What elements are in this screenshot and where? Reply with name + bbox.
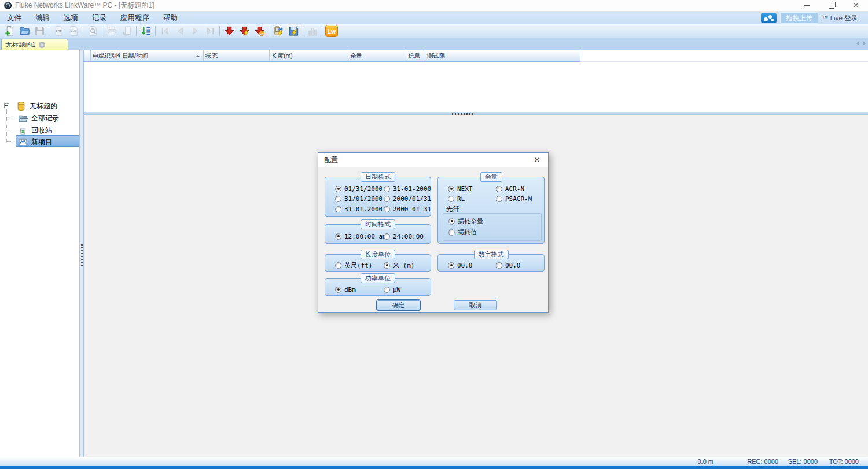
- row-selector-column-header[interactable]: [84, 50, 91, 62]
- linkware-live-button[interactable]: Lw: [325, 25, 338, 38]
- database-icon: [16, 101, 26, 111]
- radio-length-unit-0[interactable]: 英尺(ft): [335, 261, 373, 269]
- menu-file[interactable]: 文件: [0, 12, 28, 24]
- restore-button[interactable]: [819, 0, 844, 11]
- tree-root-label: 无标题的: [30, 101, 57, 111]
- group-time-format: 时间格式 12:00:00 am 24:00:00: [325, 224, 431, 244]
- status-bar: 0.0 m REC: 0000 SEL: 0000 TOT: 0000: [0, 457, 868, 466]
- menu-applications[interactable]: 应用程序: [113, 12, 156, 24]
- ok-button[interactable]: 确定: [377, 300, 420, 310]
- menu-options[interactable]: 选项: [57, 12, 85, 24]
- group-length-unit: 长度单位 英尺(ft) 米 (m): [325, 254, 431, 272]
- tab-close-icon[interactable]: ✕: [39, 42, 45, 48]
- nav-first-icon[interactable]: [159, 25, 171, 38]
- status-rec-count: REC: 0000: [747, 458, 778, 465]
- column-header-margin[interactable]: 余量: [348, 50, 406, 62]
- live-login-link[interactable]: ™ Live 登录: [822, 14, 858, 23]
- tab-untitled-1[interactable]: 无标题的1 ✕: [1, 39, 68, 50]
- radio-margin-psacr-n[interactable]: PSACR-N: [496, 195, 532, 203]
- sync-save-icon[interactable]: [287, 25, 300, 38]
- open-folder-icon[interactable]: [18, 25, 31, 38]
- radio-date-format-5[interactable]: 2000-01-31: [384, 205, 431, 213]
- tab-label: 无标题的1: [5, 41, 35, 49]
- radio-power-unit-1[interactable]: μW: [384, 285, 400, 294]
- table-header-row: 电缆识别名 日期/时间 状态 长度(m) 余量 信息 测试限: [84, 50, 868, 62]
- nav-prev-icon[interactable]: [174, 25, 186, 38]
- tree-item-label: 回收站: [31, 126, 52, 135]
- tree-root-untitled[interactable]: 无标题的: [16, 100, 57, 112]
- import-from-tester-auto-icon[interactable]: [238, 25, 251, 38]
- radio-icon: [384, 186, 390, 192]
- radio-number-format-1[interactable]: 00,0: [496, 261, 521, 269]
- radio-margin-rl[interactable]: RL: [448, 195, 465, 203]
- radio-date-format-2[interactable]: 31/01/2000: [335, 195, 382, 203]
- column-header-date-time[interactable]: 日期/时间: [120, 50, 204, 62]
- radio-fiber-loss-value[interactable]: 损耗值: [448, 228, 477, 236]
- sync-device-icon[interactable]: [272, 25, 285, 38]
- group-length-unit-title: 长度单位: [361, 250, 395, 259]
- export-pdf-icon[interactable]: PDF: [52, 25, 65, 38]
- bottom-accent-strip: [0, 466, 868, 469]
- horizontal-splitter[interactable]: [84, 112, 868, 115]
- menu-edit[interactable]: 编辑: [28, 12, 57, 24]
- radio-length-unit-1[interactable]: 米 (m): [384, 261, 415, 269]
- import-from-tester-icon[interactable]: [223, 25, 236, 38]
- close-button[interactable]: ✕: [844, 0, 868, 11]
- radio-time-format-0[interactable]: 12:00:00 am: [335, 232, 387, 240]
- stats-chart-icon[interactable]: [306, 25, 319, 38]
- cancel-button[interactable]: 取消: [454, 300, 497, 310]
- radio-date-format-4[interactable]: 31.01.2000: [335, 205, 382, 213]
- svg-text:Lw: Lw: [259, 32, 264, 35]
- print-preview-icon[interactable]: [86, 25, 99, 38]
- group-margin-title: 余量: [480, 172, 502, 182]
- save-icon[interactable]: [33, 25, 46, 38]
- radio-date-format-0[interactable]: 01/31/2000: [335, 185, 382, 193]
- radio-time-format-1[interactable]: 24:00:00: [384, 232, 424, 240]
- nav-next-icon[interactable]: [189, 25, 201, 38]
- radio-icon: [384, 206, 390, 212]
- column-header-info[interactable]: 信息: [406, 50, 425, 62]
- fiber-section-box: 损耗余量 损耗值: [443, 213, 542, 241]
- column-header-cable-id[interactable]: 电缆识别名: [91, 50, 120, 62]
- radio-margin-next[interactable]: NEXT: [448, 185, 473, 193]
- tab-scroll-controls: [856, 41, 866, 46]
- menu-help[interactable]: 帮助: [156, 12, 185, 24]
- tree-item-all-records[interactable]: 全部记录: [18, 112, 59, 124]
- tree-collapse-icon[interactable]: [4, 103, 9, 108]
- radio-icon: [448, 196, 454, 202]
- minimize-icon: [804, 5, 810, 6]
- export-xml-icon[interactable]: XML: [67, 25, 80, 38]
- radio-date-format-1[interactable]: 31-01-2000: [384, 185, 431, 193]
- tree-item-recycle-bin[interactable]: 回收站: [18, 124, 52, 136]
- import-linkware-live-icon[interactable]: Lw: [253, 25, 266, 38]
- menu-records[interactable]: 记录: [85, 12, 113, 24]
- radio-margin-acr-n[interactable]: ACR-N: [496, 185, 524, 193]
- dialog-title: 配置: [324, 155, 338, 165]
- radio-icon: [496, 186, 502, 192]
- radio-power-unit-0[interactable]: dBm: [335, 285, 356, 294]
- column-header-test-limit[interactable]: 测试限: [425, 50, 580, 62]
- table-header-filler: [580, 50, 868, 62]
- vertical-splitter[interactable]: [79, 50, 84, 457]
- svg-text:PDF: PDF: [56, 30, 61, 33]
- print-icon[interactable]: [105, 25, 118, 38]
- tab-scroll-left-icon[interactable]: [856, 41, 859, 46]
- radio-icon: [448, 218, 455, 225]
- new-file-icon[interactable]: [3, 25, 16, 38]
- drag-upload-button[interactable]: 拖拽上传: [780, 12, 818, 24]
- linkware-live-logo-icon[interactable]: [761, 13, 777, 23]
- revert-icon[interactable]: [120, 25, 133, 38]
- column-header-length[interactable]: 长度(m): [270, 50, 348, 62]
- radio-date-format-3[interactable]: 2000/01/31: [384, 195, 431, 203]
- radio-number-format-0[interactable]: 00.0: [448, 261, 473, 269]
- minimize-button[interactable]: [795, 0, 819, 11]
- tree-item-new-project[interactable]: 新项目: [18, 136, 52, 148]
- nav-last-icon[interactable]: [204, 25, 216, 38]
- tab-scroll-right-icon[interactable]: [863, 41, 866, 46]
- group-date-format-title: 日期格式: [361, 172, 395, 182]
- dialog-close-icon[interactable]: ✕: [532, 155, 542, 164]
- radio-fiber-loss-margin[interactable]: 损耗余量: [448, 217, 483, 225]
- sort-records-icon[interactable]: [139, 25, 152, 38]
- radio-icon: [496, 196, 502, 202]
- column-header-status[interactable]: 状态: [204, 50, 270, 62]
